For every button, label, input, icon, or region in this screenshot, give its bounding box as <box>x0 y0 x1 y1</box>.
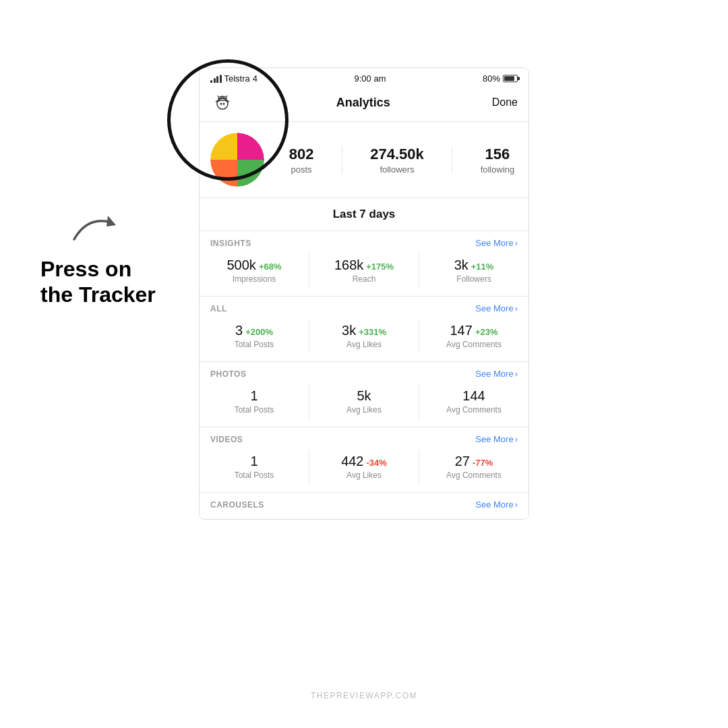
insights-followers: 3k +11% Followers <box>419 253 528 288</box>
chevron-icon: › <box>515 434 518 444</box>
videos-avg-comments: 27 -77% Avg Comments <box>419 450 528 484</box>
all-data: 3 +200% Total Posts 3k +331% Avg Likes 1… <box>200 319 528 361</box>
spy-icon <box>212 92 233 113</box>
videos-avg-likes: 442 -34% Avg Likes <box>309 450 419 484</box>
all-section: ALL See More › 3 +200% Total Posts 3k +3… <box>200 297 528 362</box>
all-total-posts: 3 +200% Total Posts <box>200 319 309 353</box>
photos-section: PHOTOS See More › 1 Total Posts 5k Avg L… <box>200 362 528 427</box>
done-button[interactable]: Done <box>492 96 518 109</box>
stats-container: 802 posts 274.50k followers 156 followin… <box>275 133 528 187</box>
chevron-icon: › <box>515 303 518 313</box>
videos-section: VIDEOS See More › 1 Total Posts 442 -34%… <box>200 427 528 493</box>
instruction-text: Press on the Tracker <box>40 256 156 308</box>
footer-text: THEPREVIEWAPP.COM <box>311 691 417 700</box>
stat-divider-1 <box>342 146 342 173</box>
chevron-icon: › <box>515 238 518 248</box>
battery-percent: 80% <box>483 73 500 84</box>
signal-icon <box>210 75 222 83</box>
photos-total-posts: 1 Total Posts <box>200 384 309 419</box>
profile-stats: 802 posts 274.50k followers 156 followin… <box>200 122 528 198</box>
all-avg-likes: 3k +331% Avg Likes <box>309 319 419 353</box>
videos-header: VIDEOS See More › <box>200 427 528 450</box>
insights-see-more[interactable]: See More › <box>475 238 518 248</box>
stat-divider-2 <box>452 146 452 173</box>
all-avg-comments: 147 +23% Avg Comments <box>419 319 528 353</box>
instruction-block: Press on the Tracker <box>40 202 156 308</box>
stat-followers: 274.50k followers <box>370 146 424 175</box>
all-title: ALL <box>210 304 227 313</box>
insights-impressions: 500k +68% Impressions <box>200 253 309 288</box>
videos-see-more[interactable]: See More › <box>475 434 518 444</box>
avatar-q2 <box>237 133 264 160</box>
status-bar: Telstra 4 9:00 am 80% <box>200 68 528 86</box>
profile-avatar <box>210 133 264 187</box>
tracker-button[interactable] <box>210 90 235 115</box>
photos-avg-comments: 144 Avg Comments <box>419 384 528 419</box>
photos-title: PHOTOS <box>210 369 246 379</box>
insights-reach: 168k +175% Reach <box>309 253 419 288</box>
avatar-q3 <box>210 160 237 187</box>
arrow-icon <box>67 202 121 249</box>
insights-header: INSIGHTS See More › <box>200 231 528 253</box>
status-right: 80% <box>483 73 518 84</box>
insights-section: INSIGHTS See More › 500k +68% Impression… <box>200 231 528 297</box>
carrier-label: Telstra <box>224 73 250 84</box>
carousels-header: CAROUSELS See More › <box>200 493 528 519</box>
chevron-icon: › <box>515 369 518 379</box>
insights-data: 500k +68% Impressions 168k +175% Reach 3… <box>200 253 528 296</box>
photos-data: 1 Total Posts 5k Avg Likes 144 Avg Comme… <box>200 384 528 427</box>
carousels-section: CAROUSELS See More › <box>200 493 528 519</box>
videos-data: 1 Total Posts 442 -34% Avg Likes 27 -77%… <box>200 450 528 492</box>
phone-frame: Telstra 4 9:00 am 80% <box>199 67 529 520</box>
photos-avg-likes: 5k Avg Likes <box>309 384 419 419</box>
period-section: Last 7 days <box>200 198 528 231</box>
avatar-q1 <box>210 133 237 160</box>
status-left: Telstra 4 <box>210 73 257 84</box>
period-label: Last 7 days <box>333 208 396 220</box>
all-header: ALL See More › <box>200 297 528 319</box>
chevron-icon: › <box>515 499 518 510</box>
nav-bar: Analytics Done <box>200 86 528 122</box>
svg-point-3 <box>223 103 225 105</box>
svg-marker-0 <box>107 216 116 226</box>
insights-title: INSIGHTS <box>210 239 251 248</box>
status-time: 9:00 am <box>355 73 386 84</box>
photos-header: PHOTOS See More › <box>200 362 528 384</box>
stat-following: 156 following <box>481 146 515 175</box>
videos-title: VIDEOS <box>210 435 243 444</box>
photos-see-more[interactable]: See More › <box>475 369 518 379</box>
followers-value: 274.50k <box>370 146 424 163</box>
nav-title: Analytics <box>336 96 390 110</box>
all-see-more[interactable]: See More › <box>475 303 518 313</box>
signal-strength: 4 <box>253 73 257 84</box>
stat-posts: 802 posts <box>289 146 314 175</box>
posts-value: 802 <box>289 146 314 163</box>
carousels-title: CAROUSELS <box>210 500 264 510</box>
followers-label: followers <box>380 164 414 175</box>
posts-label: posts <box>291 164 312 175</box>
following-label: following <box>481 164 515 175</box>
videos-total-posts: 1 Total Posts <box>200 450 309 484</box>
battery-icon <box>503 75 518 82</box>
following-value: 156 <box>485 146 510 163</box>
avatar-q4 <box>237 160 264 187</box>
footer: THEPREVIEWAPP.COM <box>0 689 728 701</box>
carousels-see-more[interactable]: See More › <box>475 499 518 510</box>
avatar-grid <box>210 133 264 187</box>
svg-point-2 <box>220 103 222 105</box>
